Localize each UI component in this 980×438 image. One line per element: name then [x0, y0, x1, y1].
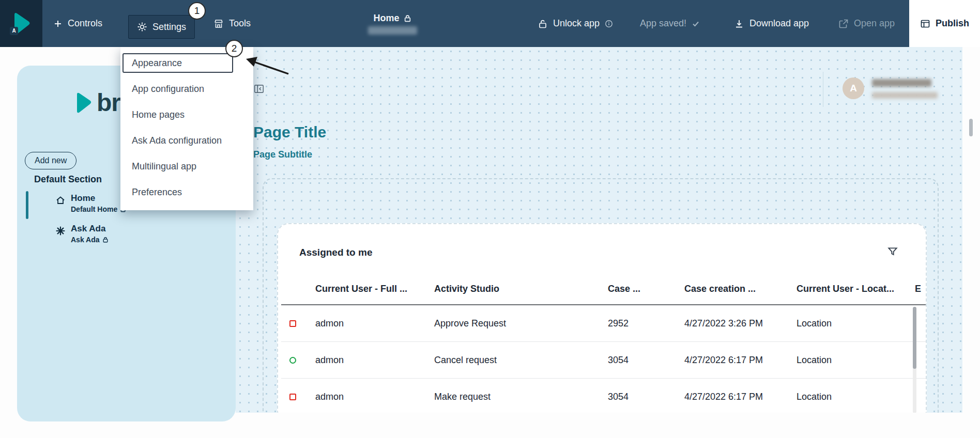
menu-item-ask-ada-configuration[interactable]: Ask Ada configuration — [120, 128, 253, 153]
menu-item-preferences[interactable]: Preferences — [120, 179, 253, 205]
page-canvas: A Page Title Page Subtitle Assigned to m… — [236, 47, 962, 413]
brand-logo[interactable]: A — [0, 0, 42, 47]
annotation-arrow — [243, 53, 300, 78]
section-title: Default Section — [34, 174, 102, 185]
store-icon — [213, 19, 224, 29]
download-app-button[interactable]: Download app — [734, 0, 809, 47]
assigned-to-me-widget[interactable]: Assigned to me Current User - Full ... A… — [277, 223, 927, 413]
scrollbar-thumb[interactable] — [913, 307, 916, 369]
cell-activity: Make request — [434, 392, 608, 402]
column-header: Current User - Full ... — [315, 284, 434, 294]
sidebar-item-label: Ask Ada — [71, 224, 105, 234]
play-logo-icon — [74, 90, 93, 116]
download-label: Download app — [749, 18, 809, 29]
lock-icon — [404, 14, 411, 22]
open-app-label: Open app — [854, 18, 895, 29]
controls-button[interactable]: Controls — [53, 0, 102, 47]
publish-button[interactable]: Publish — [909, 0, 980, 47]
cell-location: Location — [797, 318, 915, 329]
app-saved-label: App saved! — [640, 18, 686, 29]
check-icon — [692, 20, 700, 28]
current-page-selector[interactable]: Home — [354, 0, 431, 47]
cell-user: admon — [315, 355, 434, 366]
sidebar-item-label: Home — [71, 193, 95, 204]
header-divider — [823, 72, 823, 107]
step-1-badge: 1 — [188, 2, 206, 20]
unlock-icon — [538, 19, 548, 29]
cell-created: 4/27/2022 6:17 PM — [684, 392, 797, 402]
cell-user: admon — [315, 318, 434, 329]
ask-ada-icon — [55, 226, 66, 236]
plus-icon — [53, 19, 63, 28]
cell-activity: Approve Request — [434, 318, 608, 329]
collapse-panel-icon[interactable] — [253, 83, 265, 95]
step-2-badge: 2 — [225, 40, 243, 57]
cell-case-number: 3054 — [608, 392, 684, 402]
selected-indicator — [26, 191, 28, 219]
user-avatar[interactable]: A — [843, 77, 864, 99]
column-header: Current User - Locat... — [797, 284, 915, 294]
home-icon — [55, 195, 66, 206]
sidebar-brand-logo: br — [74, 88, 120, 117]
info-icon[interactable] — [605, 20, 613, 28]
user-name-redacted — [872, 79, 931, 87]
logo-badge: A — [10, 27, 18, 35]
cell-location: Location — [797, 392, 915, 402]
cell-case-number: 2952 — [608, 318, 684, 329]
table-header-row: Current User - Full ... Activity Studio … — [281, 274, 927, 305]
cases-table: Current User - Full ... Activity Studio … — [281, 274, 927, 413]
cell-activity: Cancel request — [434, 355, 608, 366]
filter-icon[interactable] — [887, 246, 898, 257]
current-page-label: Home — [373, 13, 399, 24]
publish-label: Publish — [936, 18, 969, 29]
cell-created: 4/27/2022 6:17 PM — [684, 355, 797, 366]
cell-user: admon — [315, 392, 434, 402]
external-link-icon — [838, 19, 849, 29]
download-icon — [734, 19, 744, 29]
column-header: E — [915, 284, 927, 294]
sidebar-item-sublabel: Ask Ada — [71, 236, 109, 244]
cell-location: Location — [797, 355, 915, 366]
menu-item-multilingual-app[interactable]: Multilingual app — [120, 153, 253, 179]
page-title: Page Title — [253, 123, 326, 141]
page-subtitle: Page Subtitle — [253, 149, 312, 160]
unlock-app-button[interactable]: Unlock app — [538, 0, 613, 47]
cell-created: 4/27/2022 3:26 PM — [684, 318, 797, 329]
cell-case-number: 3054 — [608, 355, 684, 366]
controls-label: Controls — [68, 18, 102, 29]
table-row[interactable]: admon Make request 3054 4/27/2022 6:17 P… — [281, 379, 927, 413]
page-scrollbar[interactable] — [969, 119, 973, 136]
status-error-icon — [289, 394, 296, 400]
status-ok-icon — [289, 357, 296, 364]
unlock-label: Unlock app — [553, 18, 600, 29]
column-header: Activity Studio — [434, 284, 608, 294]
sidebar-item-ask-ada[interactable]: Ask Ada Ask Ada — [17, 221, 236, 251]
topbar: A Controls Settings Tools Home — [0, 0, 980, 47]
sidebar-item-sublabel: Default Home — [71, 205, 126, 213]
play-logo-icon: A — [11, 10, 32, 37]
publish-icon — [920, 19, 930, 29]
table-row[interactable]: admon Approve Request 2952 4/27/2022 3:2… — [281, 305, 927, 342]
menu-item-home-pages[interactable]: Home pages — [120, 102, 253, 128]
app-saved-status: App saved! — [640, 0, 700, 47]
user-email-redacted — [872, 92, 938, 99]
add-new-button[interactable]: Add new — [25, 152, 76, 169]
gear-icon — [137, 22, 147, 32]
menu-item-app-configuration[interactable]: App configuration — [120, 76, 253, 102]
table-row[interactable]: admon Cancel request 3054 4/27/2022 6:17… — [281, 342, 927, 379]
lock-icon — [102, 237, 109, 243]
app-name-redacted — [368, 26, 417, 35]
column-header: Case ... — [608, 284, 684, 294]
widget-title: Assigned to me — [299, 247, 372, 258]
open-app-button[interactable]: Open app — [838, 0, 895, 47]
brand-wordmark: br — [97, 88, 120, 117]
settings-dropdown-menu: Appearance App configuration Home pages … — [120, 47, 253, 210]
settings-label: Settings — [152, 22, 186, 33]
table-scrollbar[interactable] — [913, 307, 916, 413]
settings-button[interactable]: Settings — [128, 15, 195, 39]
app-designer: A Controls Settings Tools Home — [0, 0, 980, 438]
status-error-icon — [289, 320, 296, 327]
tools-label: Tools — [229, 18, 251, 29]
column-header: Case creation ... — [684, 284, 797, 294]
